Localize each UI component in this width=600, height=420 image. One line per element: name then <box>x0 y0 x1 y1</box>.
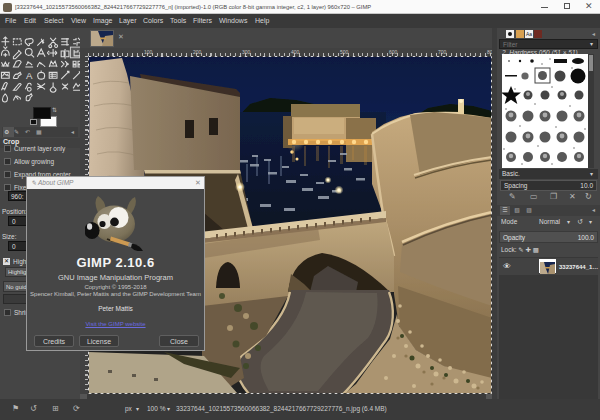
svg-text:A: A <box>26 70 33 81</box>
